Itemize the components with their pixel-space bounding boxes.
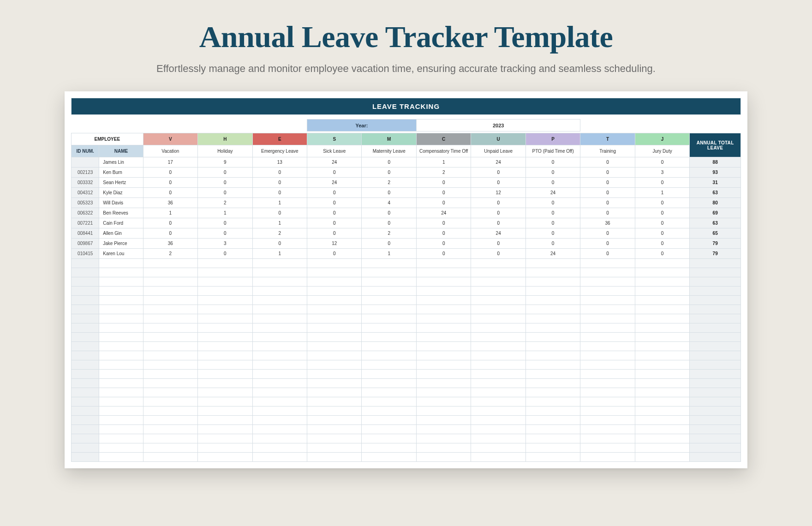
value-cell[interactable]: 0 (471, 239, 525, 249)
value-cell[interactable]: 0 (471, 208, 525, 218)
empty-row[interactable] (72, 287, 741, 296)
value-cell[interactable]: 0 (307, 249, 362, 259)
name-cell[interactable]: Will Davis (99, 198, 143, 208)
value-cell[interactable]: 0 (143, 228, 197, 239)
value-cell[interactable]: 0 (362, 167, 416, 178)
value-cell[interactable]: 0 (416, 228, 471, 239)
value-cell[interactable]: 0 (580, 208, 635, 218)
year-value[interactable]: 2023 (416, 120, 580, 132)
name-cell[interactable]: Sean Hertz (99, 178, 143, 188)
id-cell[interactable]: 008441 (72, 228, 99, 239)
id-cell[interactable]: 006322 (72, 208, 99, 218)
empty-row[interactable] (72, 305, 741, 314)
value-cell[interactable]: 0 (525, 157, 580, 167)
value-cell[interactable]: 36 (580, 218, 635, 228)
value-cell[interactable]: 9 (198, 157, 252, 167)
value-cell[interactable]: 0 (580, 249, 635, 259)
name-cell[interactable]: Cain Ford (99, 218, 143, 228)
value-cell[interactable]: 0 (471, 218, 525, 228)
value-cell[interactable]: 0 (416, 188, 471, 198)
table-row[interactable]: James Lin1791324012400088 (72, 157, 741, 167)
value-cell[interactable]: 0 (307, 218, 362, 228)
value-cell[interactable]: 2 (198, 198, 252, 208)
empty-row[interactable] (72, 379, 741, 388)
value-cell[interactable]: 12 (471, 188, 525, 198)
empty-row[interactable] (72, 434, 741, 443)
id-cell[interactable]: 010415 (72, 249, 99, 259)
empty-row[interactable] (72, 425, 741, 434)
empty-row[interactable] (72, 323, 741, 333)
value-cell[interactable]: 0 (198, 188, 252, 198)
value-cell[interactable]: 0 (143, 178, 197, 188)
empty-row[interactable] (72, 370, 741, 379)
value-cell[interactable]: 2 (143, 249, 197, 259)
value-cell[interactable]: 0 (362, 157, 416, 167)
value-cell[interactable]: 0 (580, 167, 635, 178)
value-cell[interactable]: 0 (143, 218, 197, 228)
value-cell[interactable]: 0 (525, 167, 580, 178)
value-cell[interactable]: 2 (416, 167, 471, 178)
value-cell[interactable]: 0 (252, 208, 307, 218)
value-cell[interactable]: 0 (143, 167, 197, 178)
table-row[interactable]: 005323Will Davis3621040000080 (72, 198, 741, 208)
value-cell[interactable]: 1 (252, 218, 307, 228)
value-cell[interactable]: 3 (635, 167, 689, 178)
empty-row[interactable] (72, 351, 741, 360)
value-cell[interactable]: 13 (252, 157, 307, 167)
empty-row[interactable] (72, 259, 741, 268)
table-row[interactable]: 002123Ken Burn000002000393 (72, 167, 741, 178)
value-cell[interactable]: 0 (198, 178, 252, 188)
name-cell[interactable]: Ben Reeves (99, 208, 143, 218)
value-cell[interactable]: 0 (307, 188, 362, 198)
value-cell[interactable]: 0 (416, 239, 471, 249)
value-cell[interactable]: 0 (635, 198, 689, 208)
value-cell[interactable]: 0 (198, 249, 252, 259)
value-cell[interactable]: 1 (252, 249, 307, 259)
id-cell[interactable]: 004312 (72, 188, 99, 198)
value-cell[interactable]: 0 (525, 239, 580, 249)
value-cell[interactable]: 1 (362, 249, 416, 259)
value-cell[interactable]: 0 (416, 218, 471, 228)
value-cell[interactable]: 0 (471, 167, 525, 178)
value-cell[interactable]: 0 (580, 239, 635, 249)
value-cell[interactable]: 0 (198, 228, 252, 239)
value-cell[interactable]: 1 (635, 188, 689, 198)
value-cell[interactable]: 24 (307, 157, 362, 167)
value-cell[interactable]: 0 (307, 198, 362, 208)
empty-row[interactable] (72, 416, 741, 425)
value-cell[interactable]: 4 (362, 198, 416, 208)
value-cell[interactable]: 1 (252, 198, 307, 208)
value-cell[interactable]: 24 (525, 188, 580, 198)
value-cell[interactable]: 2 (252, 228, 307, 239)
value-cell[interactable]: 0 (471, 198, 525, 208)
empty-row[interactable] (72, 406, 741, 416)
value-cell[interactable]: 0 (525, 208, 580, 218)
empty-row[interactable] (72, 443, 741, 453)
value-cell[interactable]: 0 (635, 178, 689, 188)
empty-row[interactable] (72, 360, 741, 370)
value-cell[interactable]: 24 (416, 208, 471, 218)
id-cell[interactable]: 003332 (72, 178, 99, 188)
value-cell[interactable]: 0 (635, 208, 689, 218)
value-cell[interactable]: 0 (635, 218, 689, 228)
value-cell[interactable]: 0 (416, 198, 471, 208)
value-cell[interactable]: 0 (580, 228, 635, 239)
value-cell[interactable]: 0 (580, 178, 635, 188)
id-cell[interactable]: 007221 (72, 218, 99, 228)
value-cell[interactable]: 0 (307, 167, 362, 178)
value-cell[interactable]: 3 (198, 239, 252, 249)
empty-row[interactable] (72, 388, 741, 397)
empty-row[interactable] (72, 333, 741, 342)
value-cell[interactable]: 0 (143, 188, 197, 198)
value-cell[interactable]: 24 (525, 249, 580, 259)
id-cell[interactable]: 002123 (72, 167, 99, 178)
name-cell[interactable]: Allen Gin (99, 228, 143, 239)
table-row[interactable]: 008441Allen Gin0020202400065 (72, 228, 741, 239)
value-cell[interactable]: 0 (525, 228, 580, 239)
value-cell[interactable]: 0 (525, 178, 580, 188)
value-cell[interactable]: 36 (143, 198, 197, 208)
empty-row[interactable] (72, 314, 741, 323)
value-cell[interactable]: 0 (252, 239, 307, 249)
value-cell[interactable]: 0 (580, 157, 635, 167)
value-cell[interactable]: 0 (635, 228, 689, 239)
